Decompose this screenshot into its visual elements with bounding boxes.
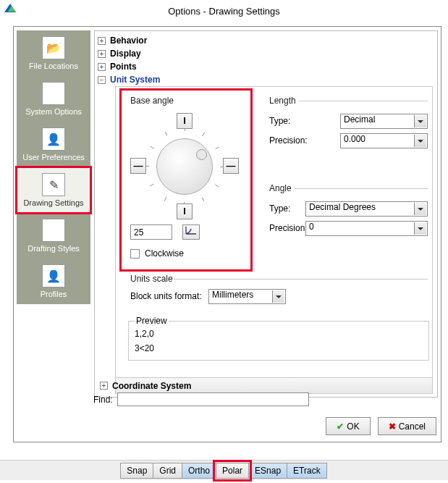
angle-precision-select[interactable]: 0 bbox=[305, 221, 428, 236]
dialog-buttons: ✔ OK ✖ Cancel bbox=[326, 417, 436, 435]
tree-node-behavior[interactable]: + Behavior bbox=[95, 34, 437, 47]
clockwise-label: Clockwise bbox=[145, 248, 184, 259]
find-input[interactable] bbox=[117, 392, 309, 406]
angle-type-label: Type: bbox=[269, 203, 290, 214]
preview-box: Preview 1,2,0 3<20 bbox=[128, 316, 429, 361]
status-snap-button[interactable]: Snap bbox=[120, 463, 153, 479]
sidebar-item-system-options[interactable]: ☑︎ System Options bbox=[17, 76, 90, 122]
status-grid-button[interactable]: Grid bbox=[153, 463, 182, 479]
user-gear-icon: 👤 bbox=[42, 127, 65, 151]
expand-icon[interactable]: + bbox=[98, 50, 106, 58]
drafting-icon: Aᵢ bbox=[42, 219, 65, 242]
tree-node-coordinate-system[interactable]: + Coordinate System bbox=[116, 377, 432, 393]
expand-icon[interactable]: + bbox=[98, 37, 106, 45]
button-label: Cancel bbox=[399, 421, 426, 432]
cancel-button[interactable]: ✖ Cancel bbox=[378, 417, 436, 435]
profile-icon: 👤 bbox=[42, 264, 65, 287]
select-value: 0.000 bbox=[344, 134, 365, 144]
sidebar-item-user-preferences[interactable]: 👤 User Preferences bbox=[17, 122, 90, 167]
angle-type-select[interactable]: Decimal Degrees bbox=[305, 201, 428, 217]
collapse-icon[interactable]: − bbox=[98, 76, 106, 84]
base-angle-input[interactable] bbox=[130, 224, 172, 240]
sidebar-item-label: File Locations bbox=[29, 62, 78, 70]
status-esnap-button[interactable]: ESnap bbox=[248, 463, 287, 479]
tree-node-label: Unit System bbox=[110, 75, 160, 85]
select-value: Decimal Degrees bbox=[309, 202, 376, 212]
sidebar-item-drafting-styles[interactable]: Aᵢ Drafting Styles bbox=[17, 213, 90, 259]
sidebar: 📂 File Locations ☑︎ System Options 👤 Use… bbox=[17, 30, 90, 304]
sidebar-item-profiles[interactable]: 👤 Profiles bbox=[17, 259, 90, 304]
ok-button[interactable]: ✔ OK bbox=[326, 417, 370, 435]
preview-title: Preview bbox=[135, 316, 169, 326]
dialog-body: 📂 File Locations ☑︎ System Options 👤 Use… bbox=[13, 26, 441, 442]
tree-node-display[interactable]: + Display bbox=[95, 47, 437, 60]
preview-line-2: 3<20 bbox=[135, 343, 423, 353]
checklist-icon: ☑︎ bbox=[42, 82, 65, 105]
tree-node-label: Coordinate System bbox=[112, 381, 191, 391]
length-type-label: Type: bbox=[269, 116, 290, 126]
status-polar-button[interactable]: Polar bbox=[216, 463, 249, 479]
status-etrack-button[interactable]: ETrack bbox=[287, 463, 327, 479]
tree-node-unit-system[interactable]: − Unit System bbox=[95, 73, 437, 86]
tree-node-label: Display bbox=[110, 49, 141, 59]
length-precision-label: Precision: bbox=[269, 135, 308, 146]
chevron-down-icon bbox=[272, 290, 284, 303]
chevron-down-icon bbox=[414, 203, 426, 215]
sidebar-item-label: System Options bbox=[25, 107, 82, 116]
status-bar: Snap Grid Ortho Polar ESnap ETrack bbox=[0, 460, 448, 480]
length-title: Length bbox=[269, 96, 296, 106]
chevron-down-icon bbox=[414, 222, 426, 235]
clockwise-checkbox[interactable] bbox=[130, 249, 140, 259]
sidebar-item-label: Drafting Styles bbox=[28, 244, 80, 253]
divider bbox=[299, 101, 428, 101]
close-icon: ✖ bbox=[389, 421, 396, 432]
base-angle-title: Base angle bbox=[130, 96, 174, 106]
length-precision-select[interactable]: 0.000 bbox=[340, 133, 428, 148]
check-icon: ✔ bbox=[337, 421, 344, 432]
sidebar-item-label: Profiles bbox=[41, 290, 67, 298]
unit-system-panel: Base angle I I — — Clockwise Length Ty bbox=[115, 86, 433, 394]
angle-precision-label: Precision: bbox=[269, 223, 308, 233]
select-value: 0 bbox=[309, 222, 314, 232]
pick-angle-button[interactable] bbox=[182, 224, 200, 240]
block-units-select[interactable]: Millimeters bbox=[208, 289, 286, 304]
dial-up-button[interactable]: I bbox=[177, 113, 193, 129]
angle-pick-icon bbox=[185, 225, 198, 235]
units-scale-title: Units scale bbox=[130, 274, 173, 284]
tree-node-label: Points bbox=[110, 62, 137, 72]
expand-icon[interactable]: + bbox=[98, 63, 106, 71]
chevron-down-icon bbox=[414, 135, 426, 147]
dial-down-button[interactable]: I bbox=[177, 203, 193, 219]
button-label: OK bbox=[347, 421, 359, 432]
tree-node-points[interactable]: + Points bbox=[95, 60, 437, 73]
folder-open-icon: 📂 bbox=[42, 36, 65, 59]
preview-line-1: 1,2,0 bbox=[135, 329, 423, 339]
sidebar-item-label: User Preferences bbox=[22, 153, 85, 161]
block-units-label: Block units format: bbox=[130, 291, 202, 301]
status-ortho-button[interactable]: Ortho bbox=[182, 463, 216, 479]
divider bbox=[174, 279, 428, 280]
angle-title: Angle bbox=[269, 183, 292, 193]
select-value: Decimal bbox=[344, 114, 375, 125]
settings-tree: + Behavior + Display + Points − Unit Sys… bbox=[94, 30, 438, 398]
sidebar-item-drawing-settings[interactable]: ✎ Drawing Settings bbox=[17, 167, 90, 213]
sidebar-item-file-locations[interactable]: 📂 File Locations bbox=[17, 30, 90, 76]
angle-dial[interactable] bbox=[156, 138, 213, 195]
dial-left-button[interactable]: — bbox=[130, 158, 146, 174]
divider bbox=[295, 188, 428, 189]
chevron-down-icon bbox=[414, 115, 426, 127]
length-type-select[interactable]: Decimal bbox=[340, 114, 428, 129]
select-value: Millimeters bbox=[212, 290, 253, 300]
dial-right-button[interactable]: — bbox=[223, 158, 239, 174]
find-row: Find: bbox=[93, 392, 309, 406]
window-title: Options - Drawing Settings bbox=[0, 6, 448, 17]
sidebar-item-label: Drawing Settings bbox=[23, 198, 83, 207]
find-label: Find: bbox=[93, 395, 113, 405]
expand-icon[interactable]: + bbox=[100, 382, 108, 390]
drawing-tools-icon: ✎ bbox=[42, 173, 65, 196]
tree-node-label: Behavior bbox=[110, 35, 147, 46]
